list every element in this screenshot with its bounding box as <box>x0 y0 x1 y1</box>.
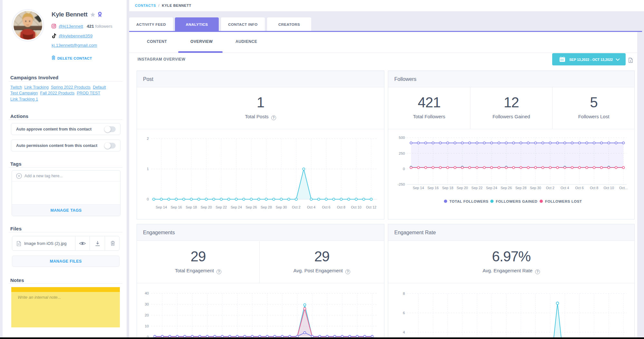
svg-text:-250: -250 <box>398 182 405 186</box>
svg-text:0: 0 <box>403 167 405 171</box>
svg-text:Oct 2: Oct 2 <box>292 205 300 209</box>
svg-text:Sep 18: Sep 18 <box>442 186 453 190</box>
svg-text:Oct 10: Oct 10 <box>351 205 361 209</box>
svg-text:Sep 20: Sep 20 <box>457 186 468 190</box>
svg-text:30: 30 <box>145 302 149 306</box>
svg-text:Oct 12: Oct 12 <box>366 205 376 209</box>
svg-text:Sep 14: Sep 14 <box>156 205 167 209</box>
svg-text:40: 40 <box>145 291 149 295</box>
svg-text:Sep 24: Sep 24 <box>231 205 242 209</box>
svg-text:Oct 10: Oct 10 <box>603 186 614 190</box>
svg-text:8: 8 <box>403 292 405 295</box>
svg-text:Sep 22: Sep 22 <box>471 186 483 190</box>
svg-text:Sep 16: Sep 16 <box>428 186 439 190</box>
svg-text:Sep 28: Sep 28 <box>515 186 526 190</box>
svg-text:4: 4 <box>403 330 405 334</box>
svg-text:Sep 20: Sep 20 <box>201 205 212 209</box>
svg-text:0: 0 <box>147 197 149 201</box>
svg-text:Sep 30: Sep 30 <box>530 186 541 190</box>
svg-text:0: 0 <box>147 335 149 337</box>
svg-text:Sep 14: Sep 14 <box>413 186 424 190</box>
svg-text:Sep 16: Sep 16 <box>171 205 182 209</box>
svg-text:10: 10 <box>145 324 149 328</box>
svg-text:Oct 4: Oct 4 <box>307 205 315 209</box>
svg-text:Oct 4: Oct 4 <box>561 186 569 190</box>
svg-text:Sep 30: Sep 30 <box>276 205 287 209</box>
svg-text:FOLLOWERS LOST: FOLLOWERS LOST <box>545 199 582 203</box>
svg-text:FOLLOWERS GAINED: FOLLOWERS GAINED <box>496 199 537 203</box>
svg-text:Oct...: Oct... <box>619 186 628 190</box>
svg-text:Sep 26: Sep 26 <box>245 205 257 209</box>
svg-text:Oct 8: Oct 8 <box>337 205 345 209</box>
svg-text:TOTAL FOLLOWERS: TOTAL FOLLOWERS <box>449 199 488 203</box>
svg-text:20: 20 <box>145 313 149 317</box>
svg-text:500: 500 <box>399 136 405 140</box>
svg-text:250: 250 <box>399 151 405 155</box>
svg-text:Sep 24: Sep 24 <box>486 186 497 190</box>
svg-text:Sep 28: Sep 28 <box>261 205 272 209</box>
svg-text:Oct 2: Oct 2 <box>546 186 554 190</box>
svg-text:Oct 6: Oct 6 <box>575 186 584 190</box>
svg-text:Oct 8: Oct 8 <box>590 186 598 190</box>
svg-text:2: 2 <box>147 137 149 140</box>
svg-text:1: 1 <box>147 167 149 171</box>
svg-text:Sep 26: Sep 26 <box>501 186 512 190</box>
svg-text:Sep 22: Sep 22 <box>216 205 227 209</box>
svg-text:Oct 6: Oct 6 <box>322 205 330 209</box>
svg-text:6: 6 <box>403 311 405 315</box>
svg-text:Sep 18: Sep 18 <box>186 205 197 209</box>
